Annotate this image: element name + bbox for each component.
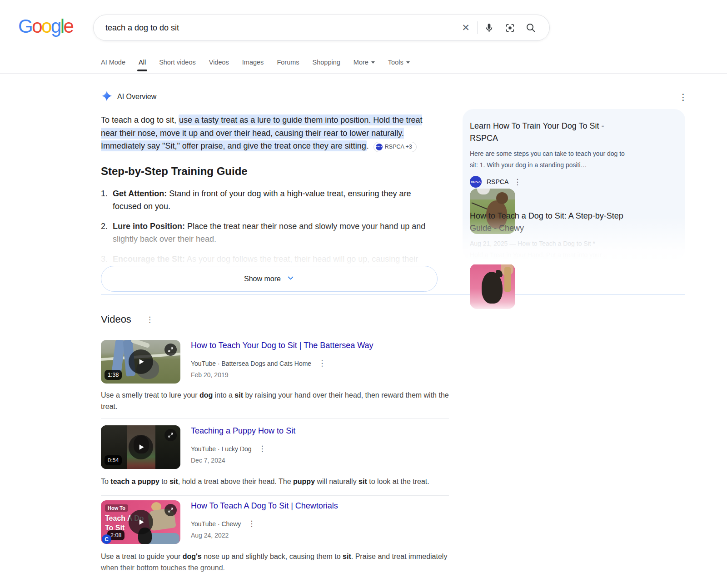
chevron-down-icon	[406, 61, 410, 64]
ai-overview-block: AI Overview To teach a dog to sit, use a…	[101, 90, 438, 292]
more-options-icon[interactable]: ⋮	[318, 359, 326, 368]
thumbnail-detail	[130, 340, 150, 348]
tab-shopping[interactable]: Shopping	[313, 59, 340, 72]
thumbnail-background	[470, 189, 515, 199]
search-bar-icons: ✕	[455, 19, 549, 37]
video-source: YouTube · Lucky Dog	[191, 445, 252, 453]
content-fade-overlay	[99, 224, 439, 272]
source-attribution-row: RSPCA RSPCA ⋮	[470, 176, 678, 188]
video-result: 1:38 How to Teach Your Dog to Sit | The …	[101, 340, 449, 384]
videos-menu-icon[interactable]: ⋮	[146, 315, 154, 324]
video-date: Feb 20, 2019	[191, 371, 449, 379]
more-options-icon[interactable]: ⋮	[259, 444, 266, 453]
videos-heading: Videos	[101, 314, 131, 325]
card-divider	[470, 202, 678, 202]
mic-icon[interactable]	[478, 19, 499, 37]
video-thumbnail[interactable]: How To Teach A Do To Sit 2:08 C	[101, 500, 180, 544]
video-result: 0:54 Teaching a Puppy How to Sit YouTube…	[101, 425, 449, 469]
videos-section: Videos ⋮ 1:38 How to Teach Your Dog to S…	[101, 314, 449, 588]
thumbnail-text: How To	[105, 504, 128, 512]
video-date: Dec 7, 2024	[191, 457, 449, 464]
thumbnail-treat	[504, 267, 511, 292]
clear-icon[interactable]: ✕	[455, 19, 476, 37]
video-description: Use a smelly treat to lure your dog into…	[101, 390, 449, 412]
video-description: Use a treat to guide your dog's nose up …	[101, 551, 449, 573]
source-name: RSPCA	[487, 178, 508, 185]
results-tab-bar: AI Mode All Short videos Videos Images F…	[101, 59, 410, 72]
ai-overview-paragraph: To teach a dog to sit, use a tasty treat…	[101, 114, 438, 153]
video-duration-badge: 1:38	[105, 370, 122, 380]
search-input[interactable]	[94, 15, 455, 40]
play-icon[interactable]	[129, 510, 153, 534]
expand-icon[interactable]	[164, 344, 177, 356]
expand-icon[interactable]	[164, 429, 177, 441]
video-source: YouTube · Battersea Dogs and Cats Home	[191, 360, 311, 367]
ai-overview-label: AI Overview	[117, 93, 156, 101]
chevron-down-icon	[287, 274, 294, 284]
tab-images[interactable]: Images	[242, 59, 264, 72]
step-title: Get Attention:	[113, 189, 167, 198]
search-divider	[477, 21, 478, 34]
rspca-favicon: RSPCA	[470, 176, 482, 188]
logo-letter: G	[18, 15, 32, 37]
video-result: How To Teach A Do To Sit 2:08 C How To T…	[101, 500, 449, 544]
rspca-favicon: RSPCA	[376, 144, 383, 150]
video-thumbnail[interactable]: 0:54	[101, 425, 180, 469]
search-bar[interactable]: ✕	[93, 15, 550, 41]
paragraph-plain-text: To teach a dog to sit,	[101, 115, 179, 125]
video-date: Aug 24, 2022	[191, 532, 449, 539]
chewy-favicon: C	[102, 534, 111, 544]
tab-all[interactable]: All	[139, 59, 146, 72]
video-source: YouTube · Chewy	[191, 520, 241, 528]
video-title-link[interactable]: How To Teach A Dog To Sit | Chewtorials	[191, 500, 338, 511]
logo-letter: o	[41, 15, 51, 37]
ai-overview-menu-icon[interactable]: ⋮	[679, 92, 687, 102]
expand-icon[interactable]	[164, 504, 177, 516]
video-thumbnail[interactable]: 1:38	[101, 340, 180, 384]
tab-ai-mode[interactable]: AI Mode	[101, 59, 125, 72]
content-fade-overlay	[460, 217, 688, 264]
result-divider	[101, 418, 449, 419]
ai-overview-header: AI Overview	[101, 90, 438, 104]
result-divider	[101, 495, 449, 496]
source-description: Here are some steps you can take to teac…	[470, 148, 632, 171]
video-title-link[interactable]: Teaching a Puppy How to Sit	[191, 425, 295, 436]
video-title-link[interactable]: How to Teach Your Dog to Sit | The Batte…	[191, 340, 373, 351]
logo-letter: g	[51, 15, 60, 37]
training-steps-list: 1. Get Attention: Stand in front of your…	[101, 187, 438, 266]
google-logo[interactable]: Google	[18, 15, 73, 37]
tab-short-videos[interactable]: Short videos	[159, 59, 196, 72]
ai-sparkle-icon	[101, 90, 113, 104]
source-title[interactable]: Learn How To Train Your Dog To Sit - RSP…	[470, 120, 629, 145]
guide-heading: Step-by-Step Training Guide	[101, 165, 438, 178]
chevron-down-icon	[371, 61, 375, 64]
tab-tools[interactable]: Tools	[388, 59, 410, 72]
citation-chip[interactable]: RSPCARSPCA +3	[373, 142, 417, 152]
paragraph-end-text: .	[367, 141, 371, 150]
video-duration-badge: 0:54	[105, 455, 122, 465]
show-more-button[interactable]: Show more	[101, 266, 438, 292]
lens-camera-icon[interactable]	[499, 19, 520, 37]
tab-forums[interactable]: Forums	[277, 59, 299, 72]
logo-letter: o	[32, 15, 41, 37]
tab-more[interactable]: More	[354, 59, 375, 72]
header-divider	[0, 73, 727, 74]
source-thumbnail-puppy-pink[interactable]	[470, 264, 515, 309]
thumbnail-dog-head	[496, 192, 508, 204]
list-item: 1. Get Attention: Stand in front of your…	[101, 187, 438, 213]
play-icon[interactable]	[129, 349, 153, 374]
video-description: To teach a puppy to sit, hold a treat ab…	[101, 476, 449, 488]
search-icon[interactable]	[520, 19, 541, 37]
tab-videos[interactable]: Videos	[209, 59, 229, 72]
more-options-icon[interactable]: ⋮	[248, 519, 255, 528]
more-options-icon[interactable]: ⋮	[513, 177, 521, 187]
play-icon[interactable]	[129, 435, 153, 459]
logo-letter: e	[64, 15, 73, 37]
logo-letter: l	[60, 15, 64, 37]
ai-overview-sources-panel: Learn How To Train Your Dog To Sit - RSP…	[463, 109, 685, 260]
citation-label: RSPCA +3	[385, 140, 412, 154]
